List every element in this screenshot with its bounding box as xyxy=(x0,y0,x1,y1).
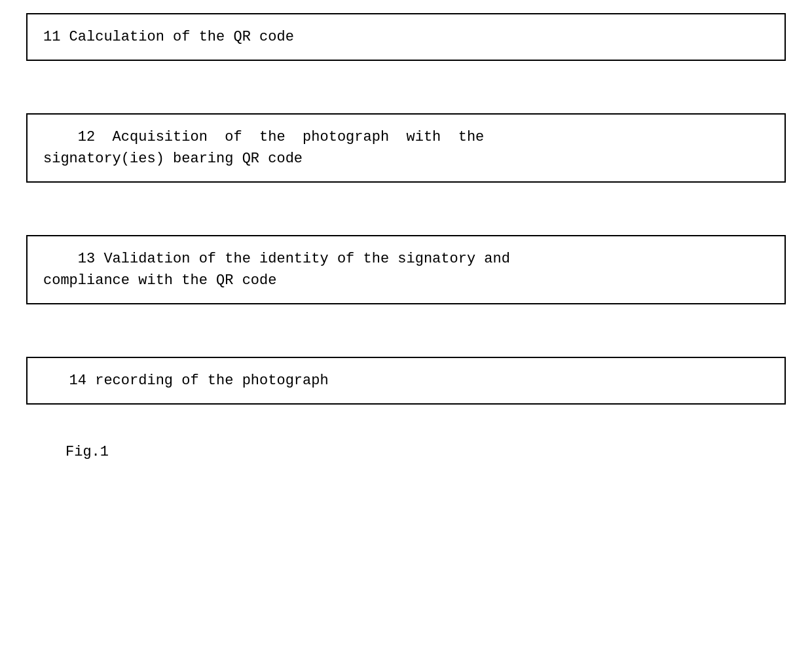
spacer-1 xyxy=(26,61,786,113)
step-box-13: 13 Validation of the identity of the sig… xyxy=(26,235,786,304)
step-text-14: 14 recording of the photograph xyxy=(43,372,329,389)
step-box-14: 14 recording of the photograph xyxy=(26,357,786,405)
step-text-11: 11 Calculation of the QR code xyxy=(43,29,294,45)
step-box-12: 12 Acquisition of the photograph with th… xyxy=(26,113,786,183)
figure-label: Fig.1 xyxy=(65,444,786,460)
step-text-12: 12 Acquisition of the photograph with th… xyxy=(43,129,484,167)
spacer-3 xyxy=(26,304,786,357)
step-text-13: 13 Validation of the identity of the sig… xyxy=(43,251,510,289)
spacer-2 xyxy=(26,183,786,235)
page-container: 11 Calculation of the QR code 12 Acquisi… xyxy=(26,13,786,460)
step-box-11: 11 Calculation of the QR code xyxy=(26,13,786,61)
